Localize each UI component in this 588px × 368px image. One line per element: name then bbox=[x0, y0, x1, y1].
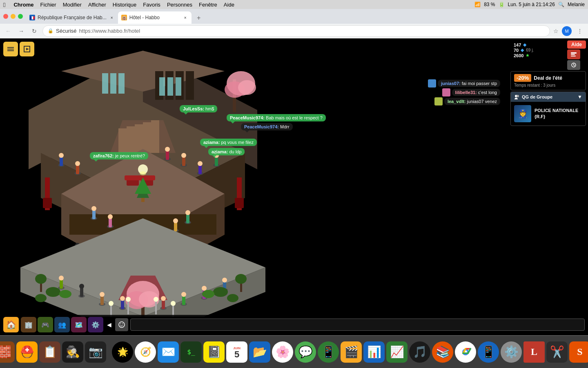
dock-camera[interactable]: 📷 bbox=[85, 341, 106, 363]
dock-facetime[interactable]: 📱 bbox=[318, 341, 339, 363]
toolbar-habbo-icon[interactable]: 🏠 bbox=[3, 317, 19, 332]
menu-afficher[interactable]: Afficher bbox=[88, 2, 106, 8]
svg-point-131 bbox=[46, 287, 60, 297]
svg-point-132 bbox=[59, 290, 71, 298]
dock-scissors[interactable]: ✂️ bbox=[546, 341, 568, 363]
svg-point-135 bbox=[35, 294, 47, 302]
dock-habbo5[interactable]: 🕵️ bbox=[62, 341, 83, 363]
action-btn-1[interactable] bbox=[567, 49, 580, 59]
tab-republique[interactable]: 🇫🇷 République Française de Hab... × bbox=[26, 11, 118, 24]
menu-chrome[interactable]: Chrome bbox=[13, 2, 33, 8]
dock-imovie[interactable]: 🎬 bbox=[341, 341, 362, 363]
minimize-button[interactable] bbox=[11, 14, 16, 19]
refresh-button[interactable]: ↻ bbox=[29, 26, 39, 36]
dock-habbo3[interactable]: ⛑️ bbox=[16, 341, 38, 363]
svg-rect-40 bbox=[139, 175, 155, 180]
aide-button[interactable]: Aide bbox=[567, 40, 586, 49]
new-tab-button[interactable]: + bbox=[193, 12, 205, 24]
toolbar-icon-2[interactable]: 🎮 bbox=[38, 317, 53, 332]
battery-icon: 🔋 bbox=[499, 2, 505, 7]
dock-music[interactable]: 🎵 bbox=[409, 341, 430, 363]
apple-menu[interactable]:  bbox=[3, 1, 5, 8]
dock-keynote[interactable]: 📊 bbox=[363, 341, 385, 363]
dock-sketch[interactable]: S bbox=[569, 341, 588, 363]
datetime: Lun. 5 juin à 21:14:26 bbox=[508, 2, 555, 7]
menu-modifier[interactable]: Modifier bbox=[63, 2, 82, 8]
bookmark-button[interactable]: ☆ bbox=[553, 28, 559, 34]
dock-appstore[interactable]: 📱 bbox=[478, 341, 499, 363]
menu-historique[interactable]: Historique bbox=[113, 2, 137, 8]
group-icon bbox=[514, 94, 520, 100]
svg-point-106 bbox=[120, 296, 125, 301]
chat-arrow-btn[interactable]: ◀ bbox=[105, 321, 113, 328]
chat-bubble-jullesss: JulLesSs: hm$ bbox=[180, 105, 217, 112]
traffic-lights bbox=[0, 9, 26, 24]
toolbar-icon-3[interactable]: 👥 bbox=[54, 317, 70, 332]
url-bar[interactable]: 🔒 Sécurisé https://www.habbo.fr/hotel bbox=[42, 25, 550, 37]
profile-button[interactable]: M bbox=[562, 26, 572, 36]
dock-messages[interactable]: 💬 bbox=[295, 341, 316, 363]
dock-settings[interactable]: ⚙️ bbox=[501, 341, 522, 363]
hotel-building bbox=[0, 38, 306, 316]
chat-input[interactable] bbox=[130, 319, 585, 331]
dock-habbo4[interactable]: 📋 bbox=[39, 341, 60, 363]
svg-point-48 bbox=[91, 206, 96, 211]
dock-photos[interactable]: 🌸 bbox=[272, 341, 293, 363]
currency-row-3: 2600 ★ bbox=[514, 53, 563, 58]
dock-notes[interactable]: 📓 bbox=[203, 341, 225, 363]
dock-chrome[interactable] bbox=[455, 341, 476, 363]
back-button[interactable]: ← bbox=[3, 26, 13, 36]
toolbar-icon-5[interactable]: ⚙️ bbox=[88, 317, 103, 332]
svg-rect-154 bbox=[60, 157, 63, 166]
menu-favoris[interactable]: Favoris bbox=[143, 2, 160, 8]
nav-btn-2[interactable] bbox=[20, 42, 34, 56]
dock-books[interactable]: 📚 bbox=[432, 341, 453, 363]
tab-close-2[interactable]: × bbox=[183, 15, 188, 20]
toolbar-icon-1[interactable]: 🏢 bbox=[21, 317, 36, 332]
svg-rect-164 bbox=[571, 52, 577, 54]
dock-letterpress[interactable]: L bbox=[523, 341, 545, 363]
chat-bubble-lea-vdlt: lea_vdlt: junias07 venez bbox=[434, 97, 500, 105]
close-button[interactable] bbox=[3, 14, 8, 19]
svg-rect-31 bbox=[235, 198, 244, 208]
maximize-button[interactable] bbox=[18, 14, 23, 19]
menubar:  Chrome Fichier Modifier Afficher Histo… bbox=[0, 0, 588, 9]
svg-point-26 bbox=[238, 80, 256, 95]
battery-text: 83 % bbox=[484, 2, 495, 7]
svg-point-146 bbox=[198, 161, 203, 166]
toolbar-icon-4[interactable]: 🗺️ bbox=[71, 317, 87, 332]
dock-numbers[interactable]: 📈 bbox=[386, 341, 408, 363]
tab-hotel[interactable]: 🏨 Hôtel - Habbo × bbox=[118, 11, 192, 24]
svg-point-36 bbox=[140, 171, 146, 175]
svg-rect-11 bbox=[102, 73, 108, 94]
nav-btn-1[interactable] bbox=[3, 42, 18, 56]
extensions-button[interactable]: ⋮ bbox=[575, 26, 585, 36]
deal-banner: -20% Deal de l'été Temps restant : 3 jou… bbox=[510, 71, 586, 90]
search-icon[interactable]: 🔍 bbox=[558, 2, 564, 7]
dock-siri[interactable]: 🌟 bbox=[112, 341, 133, 363]
emote-button[interactable] bbox=[115, 318, 128, 331]
currency-row-1: 147 ◆ bbox=[514, 42, 563, 47]
menu-fenetre[interactable]: Fenêtre bbox=[199, 2, 217, 8]
svg-point-134 bbox=[202, 290, 214, 298]
dock-habbo2[interactable]: 🧱 bbox=[0, 341, 15, 363]
action-btn-2[interactable] bbox=[567, 60, 580, 70]
dock-safari[interactable]: 🧭 bbox=[135, 341, 156, 363]
chat-bubble-junias07: junias07: fai moi passer stp bbox=[428, 79, 500, 88]
svg-point-112 bbox=[181, 292, 186, 297]
svg-rect-102 bbox=[100, 296, 104, 305]
dock-calendar[interactable]: JUIN 5 bbox=[226, 341, 247, 363]
address-bar: ← → ↻ 🔒 Sécurisé https://www.habbo.fr/ho… bbox=[0, 24, 588, 38]
dock-mail[interactable]: ✉️ bbox=[158, 341, 179, 363]
qg-expand-btn[interactable]: ▼ bbox=[577, 94, 582, 100]
forward-button[interactable]: → bbox=[16, 26, 26, 36]
menu-fichier[interactable]: Fichier bbox=[40, 2, 56, 8]
svg-rect-125 bbox=[155, 300, 157, 314]
menu-aide[interactable]: Aide bbox=[224, 2, 234, 8]
tab-close-1[interactable]: × bbox=[109, 15, 115, 20]
dock-files[interactable]: 📂 bbox=[249, 341, 270, 363]
dock-terminal[interactable]: $_ bbox=[180, 341, 202, 363]
police-badge: 👮 bbox=[514, 105, 531, 122]
tab-title-1: République Française de Hab... bbox=[38, 15, 107, 20]
menu-personnes[interactable]: Personnes bbox=[167, 2, 192, 8]
